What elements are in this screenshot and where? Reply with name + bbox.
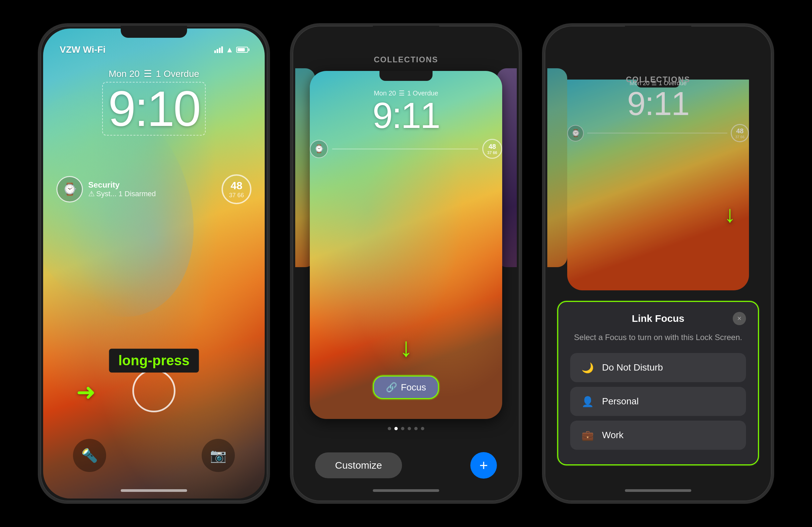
mini-watch-widget: ⌚ bbox=[310, 140, 328, 158]
dot-5 bbox=[421, 427, 424, 430]
temp-value: 48 bbox=[231, 180, 243, 192]
mini-date: Mon 20 bbox=[374, 90, 396, 97]
wallpaper-card: Mon 20 ☰ 1 Overdue 9:11 ⌚ 48 37 66 bbox=[310, 71, 502, 419]
phone2-screen: COLLECTIONS Mon 20 ☰ 1 Overdue 9:11 bbox=[295, 29, 517, 498]
bottom-controls: 🔦 📷 bbox=[43, 439, 265, 472]
camera-icon: 📷 bbox=[210, 448, 227, 463]
volume-up-button-2 bbox=[290, 122, 291, 152]
battery-icon bbox=[236, 47, 248, 53]
work-icon: 💼 bbox=[579, 427, 595, 443]
dot-1 bbox=[394, 427, 398, 430]
power-button-3 bbox=[773, 112, 774, 142]
volume-down-button bbox=[38, 159, 39, 188]
temp-range: 37 66 bbox=[229, 192, 244, 199]
focus-option-work[interactable]: 💼 Work bbox=[570, 421, 746, 450]
dnd-label: Do Not Disturb bbox=[602, 362, 663, 373]
camera-button[interactable]: 📷 bbox=[202, 439, 235, 472]
list-icon: ☰ bbox=[144, 68, 152, 79]
volume-up-button bbox=[38, 122, 39, 152]
date-row: Mon 20 ☰ 1 Overdue bbox=[43, 68, 265, 79]
dot-0 bbox=[388, 427, 391, 430]
power-button bbox=[269, 112, 270, 142]
phone3-screen: COLLECTIONS Mon 20 ☰ 1 Overdue 9:11 ⌚ bbox=[547, 29, 769, 498]
focus-button[interactable]: 🔗 Focus bbox=[373, 376, 439, 399]
phone1-wallpaper: VZW Wi-Fi ▲ bbox=[43, 29, 265, 498]
volume-down-button-2 bbox=[290, 159, 291, 188]
mini-lockscreen: Mon 20 ☰ 1 Overdue 9:11 ⌚ 48 37 66 bbox=[310, 71, 502, 159]
security-title: Security bbox=[88, 180, 156, 190]
personal-icon: 👤 bbox=[579, 393, 595, 409]
mute-button bbox=[38, 92, 39, 112]
dnd-icon: 🌙 bbox=[579, 360, 595, 376]
personal-label: Personal bbox=[602, 396, 639, 407]
customize-button[interactable]: Customize bbox=[315, 452, 402, 478]
phone3-wallpaper-bg: Mon 20 ☰ 1 Overdue 9:11 ⌚ 48 37 66 bbox=[567, 79, 749, 290]
watch-widget: ⌚ bbox=[56, 176, 83, 202]
mini-temp-range: 37 66 bbox=[487, 150, 497, 155]
security-icon: ⚠ bbox=[88, 190, 95, 198]
watch-icon: ⌚ bbox=[62, 182, 77, 196]
phone3-collections-title: COLLECTIONS bbox=[626, 75, 690, 84]
focus-option-dnd[interactable]: 🌙 Do Not Disturb bbox=[570, 353, 746, 382]
phone3-side-peek-left bbox=[547, 68, 567, 267]
home-bar bbox=[121, 489, 187, 492]
mini-temp-val: 48 bbox=[489, 143, 496, 150]
link-focus-header: Link Focus × bbox=[570, 312, 746, 325]
link-focus-modal: Link Focus × Select a Focus to turn on w… bbox=[557, 301, 759, 465]
close-button[interactable]: × bbox=[733, 312, 746, 325]
mini-widgets: ⌚ 48 37 66 bbox=[310, 139, 502, 159]
security-sub: ⚠ Syst... 1 Disarmed bbox=[88, 190, 156, 198]
signal-icon bbox=[214, 46, 223, 53]
wallpaper-card-bg: Mon 20 ☰ 1 Overdue 9:11 ⌚ 48 37 66 bbox=[310, 71, 502, 419]
home-bar-2 bbox=[373, 489, 439, 492]
phone3-mini-temp: 48 37 66 bbox=[731, 124, 749, 142]
long-press-arrow: ➜ bbox=[76, 378, 96, 406]
mini-time: 9:11 bbox=[310, 97, 502, 134]
volume-up-button-3 bbox=[542, 122, 543, 152]
phone2-frame: COLLECTIONS Mon 20 ☰ 1 Overdue 9:11 bbox=[290, 23, 522, 504]
phone3-frame: COLLECTIONS Mon 20 ☰ 1 Overdue 9:11 ⌚ bbox=[542, 23, 774, 504]
link-focus-description: Select a Focus to turn on with this Lock… bbox=[570, 332, 746, 343]
close-icon: × bbox=[737, 314, 742, 323]
dot-4 bbox=[414, 427, 418, 430]
card-notch bbox=[379, 71, 433, 81]
time-container: 9:10 ▾ bbox=[102, 82, 206, 136]
mini-date-row: Mon 20 ☰ 1 Overdue bbox=[310, 89, 502, 97]
phone1-screen: VZW Wi-Fi ▲ bbox=[43, 29, 265, 498]
long-press-target bbox=[132, 369, 175, 412]
work-label: Work bbox=[602, 430, 624, 440]
date-text: Mon 20 bbox=[108, 69, 139, 79]
phone2-bottom: Customize + bbox=[295, 452, 517, 479]
mini-divider bbox=[332, 149, 478, 150]
phone3-collections-screen: COLLECTIONS Mon 20 ☰ 1 Overdue 9:11 ⌚ bbox=[547, 29, 769, 498]
dot-2 bbox=[401, 427, 404, 430]
phone3-mini-time: 9:11 bbox=[567, 87, 749, 120]
security-sub-text: Syst... 1 Disarmed bbox=[96, 190, 156, 198]
add-button[interactable]: + bbox=[470, 452, 497, 479]
home-bar-3 bbox=[625, 489, 691, 492]
status-bar: VZW Wi-Fi ▲ bbox=[43, 44, 265, 55]
mini-temp-widget: 48 37 66 bbox=[482, 139, 502, 159]
status-icons: ▲ bbox=[214, 45, 248, 54]
dot-3 bbox=[408, 427, 411, 430]
widgets-row: ⌚ Security ⚠ Syst... 1 Disarmed 48 37 66 bbox=[56, 174, 251, 204]
phones-container: VZW Wi-Fi ▲ bbox=[0, 0, 812, 527]
battery-fill bbox=[237, 48, 245, 51]
flashlight-button[interactable]: 🔦 bbox=[73, 439, 106, 472]
phone3-mini-watch: ⌚ bbox=[567, 125, 584, 141]
link-focus-arrow: ↓ bbox=[724, 201, 736, 227]
lockscreen-datetime: Mon 20 ☰ 1 Overdue 9:10 ▾ bbox=[43, 68, 265, 136]
overdue-text: 1 Overdue bbox=[156, 69, 199, 79]
plus-icon: + bbox=[479, 457, 488, 473]
focus-button-label: Focus bbox=[401, 382, 426, 393]
security-widget: Security ⚠ Syst... 1 Disarmed bbox=[88, 180, 156, 198]
carrier-label: VZW Wi-Fi bbox=[60, 44, 105, 55]
flashlight-icon: 🔦 bbox=[81, 448, 98, 463]
page-dots bbox=[388, 427, 424, 430]
phone3-wallpaper-preview: Mon 20 ☰ 1 Overdue 9:11 ⌚ 48 37 66 bbox=[567, 65, 749, 290]
power-button-2 bbox=[521, 112, 522, 142]
focus-option-personal[interactable]: 👤 Personal bbox=[570, 387, 746, 416]
long-press-label: long-press bbox=[109, 349, 199, 373]
collections-title: COLLECTIONS bbox=[374, 55, 438, 64]
mute-button-3 bbox=[542, 92, 543, 112]
